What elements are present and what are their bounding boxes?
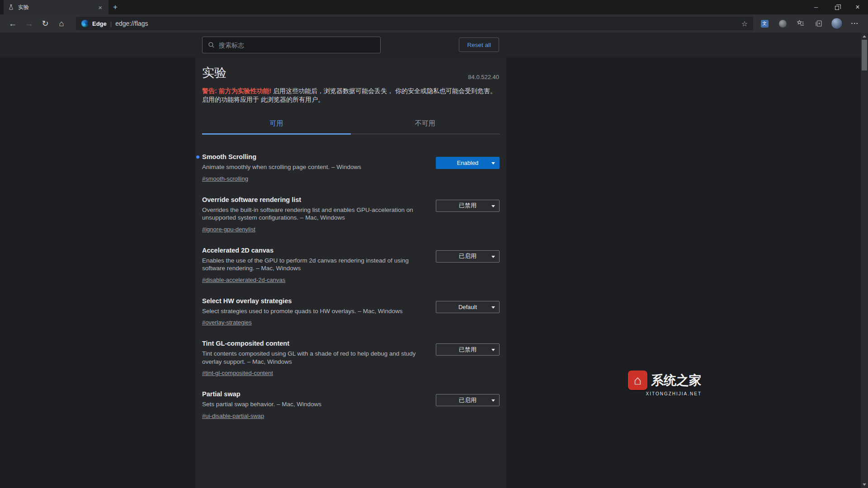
search-flags-box[interactable] [202,37,381,53]
flag-name: Override software rendering list [202,196,425,203]
flag-name: Tint GL-composited content [202,340,425,347]
flags-page: Reset all 实验 84.0.522.40 警告: 前方为实验性功能! 启… [0,33,868,488]
profile-avatar[interactable] [831,18,843,29]
flag-name: Select HW overlay strategies [202,297,402,305]
scrollbar-thumb[interactable] [862,40,867,70]
flag-description: Tint contents composited using GL with a… [202,350,425,366]
chevron-down-icon [491,306,495,309]
flag-info: Smooth Scrolling Animate smoothly when s… [202,153,361,183]
watermark-domain: XITONGZHIJIA.NET [628,391,702,396]
flag-info: Partial swap Sets partial swap behavior.… [202,390,321,420]
address-separator: | [110,20,112,27]
flag-description: Animate smoothly when scrolling page con… [202,163,361,171]
address-bar[interactable]: Edge | edge://flags ☆ [76,17,753,30]
flag-select-value: 已启用 [459,396,476,404]
flag-select[interactable]: 已启用 [436,394,500,406]
flag-info: Override software rendering list Overrid… [202,196,425,233]
flag-info: Select HW overlay strategies Select stra… [202,297,402,327]
new-tab-button[interactable]: + [108,0,122,14]
flask-icon [8,4,14,10]
minimize-button[interactable]: ─ [806,0,826,14]
flag-link[interactable]: #tint-gl-composited-content [202,370,273,376]
flag-name: Partial swap [202,390,321,398]
add-favorite-icon[interactable]: ☆ [741,19,748,28]
watermark: ⌂ 系统之家 XITONGZHIJIA.NET [628,371,702,396]
reset-all-button[interactable]: Reset all [459,38,499,52]
settings-more-icon[interactable]: ··· [849,18,861,29]
chevron-down-icon [491,349,495,351]
flag-row: Override software rendering list Overrid… [202,196,500,233]
scroll-down-icon[interactable] [861,481,868,488]
site-badge: Edge [92,20,107,27]
search-input[interactable] [219,42,375,49]
chevron-down-icon [491,162,495,164]
flag-select[interactable]: 已启用 [436,250,500,263]
flag-select-value: 已禁用 [459,346,476,354]
warning-text: 警告: 前方为实验性功能! 启用这些功能后，浏览器数据可能会丢失， 你的安全或隐… [202,87,497,103]
restore-button[interactable] [826,0,847,14]
home-button[interactable]: ⌂ [53,16,70,31]
browser-tab[interactable]: 实验 × [4,0,108,14]
toolbar-icons: 文 ··· [759,18,861,29]
flag-select-value: Enabled [457,160,479,166]
flag-select[interactable]: Default [436,301,500,313]
flag-link[interactable]: #ignore-gpu-denylist [202,226,255,233]
tab-close-icon[interactable]: × [96,4,104,11]
chevron-down-icon [491,256,495,258]
titlebar-drag-area [122,0,806,14]
new-indicator-dot [196,155,199,159]
flags-search-bar: Reset all [0,33,868,57]
flag-info: Accelerated 2D canvas Enables the use of… [202,247,425,284]
flag-description: Select strategies used to promote quads … [202,307,402,315]
browser-titlebar: 实验 × + ─ × [0,0,868,14]
back-button[interactable]: ← [5,16,21,31]
refresh-button[interactable]: ↻ [37,16,53,31]
close-button[interactable]: × [847,0,868,14]
tab-title: 实验 [18,4,92,11]
warning-emphasis: 警告: 前方为实验性功能! [202,87,271,94]
watermark-logo: ⌂ [628,371,647,390]
watermark-title: 系统之家 [651,372,702,389]
flag-select[interactable]: Enabled [436,157,500,169]
edge-logo-icon [81,20,89,27]
flag-description: Overrides the built-in software renderin… [202,206,425,222]
flag-link[interactable]: #smooth-scrolling [202,175,248,182]
flag-select-value: Default [458,304,477,310]
flag-row: Partial swap Sets partial swap behavior.… [202,390,500,420]
flag-select[interactable]: 已禁用 [436,343,500,356]
version-label: 84.0.522.40 [468,74,499,80]
scroll-up-icon[interactable] [861,33,868,40]
availability-tabs: 可用 不可用 [202,115,500,134]
flag-row: Select HW overlay strategies Select stra… [202,297,500,327]
extension-icon[interactable] [777,18,788,29]
flag-name: Accelerated 2D canvas [202,247,425,254]
flag-select[interactable]: 已禁用 [436,200,500,212]
address-url: edge://flags [115,20,737,27]
flag-row: Smooth Scrolling Animate smoothly when s… [202,153,500,183]
search-icon [208,42,215,48]
flag-link[interactable]: #disable-accelerated-2d-canvas [202,277,285,283]
page-title: 实验 [202,65,500,81]
flag-select-value: 已启用 [459,252,476,260]
flags-content: 实验 84.0.522.40 警告: 前方为实验性功能! 启用这些功能后，浏览器… [195,57,506,488]
flag-info: Tint GL-composited content Tint contents… [202,340,425,377]
forward-button[interactable]: → [21,16,37,31]
chevron-down-icon [491,399,495,402]
flag-row: Tint GL-composited content Tint contents… [202,340,500,377]
flag-select-value: 已禁用 [459,202,476,210]
flag-link[interactable]: #ui-disable-partial-swap [202,413,264,419]
flag-description: Enables the use of the GPU to perform 2d… [202,257,425,272]
chevron-down-icon [491,205,495,207]
restore-icon [835,6,839,10]
collections-icon[interactable] [813,18,825,29]
flag-link[interactable]: #overlay-strategies [202,319,252,326]
translate-icon[interactable]: 文 [759,18,770,29]
vertical-scrollbar[interactable] [861,33,868,488]
flag-description: Sets partial swap behavior. – Mac, Windo… [202,400,321,408]
flag-name: Smooth Scrolling [202,153,361,160]
favorites-hub-icon[interactable] [795,18,807,29]
tab-unavailable[interactable]: 不可用 [351,115,500,134]
flag-row: Accelerated 2D canvas Enables the use of… [202,247,500,284]
tab-available[interactable]: 可用 [202,115,351,134]
browser-navbar: ← → ↻ ⌂ Edge | edge://flags ☆ 文 ··· [0,14,868,33]
